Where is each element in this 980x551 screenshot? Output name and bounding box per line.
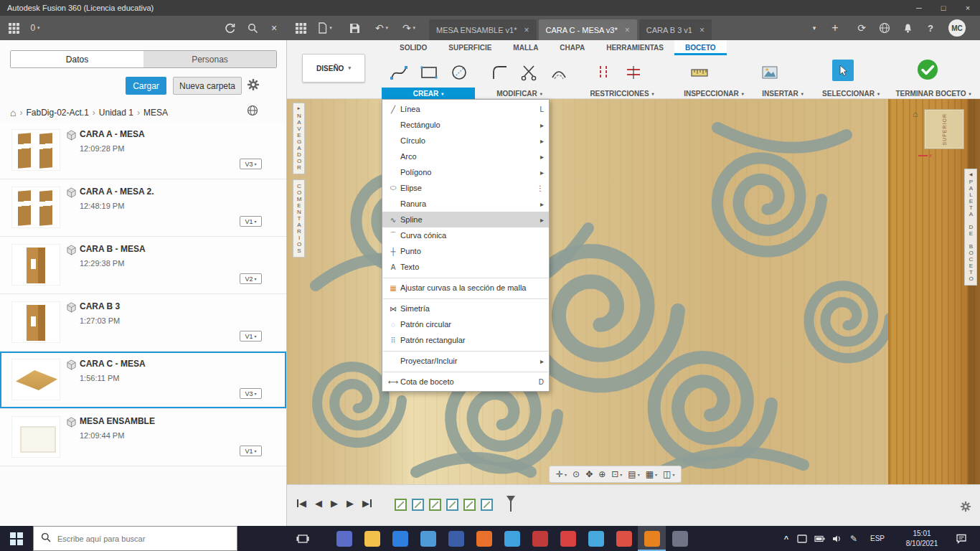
menu-item[interactable]: A Texto — [382, 259, 549, 275]
menu-item[interactable]: ◌ Patrón circular — [382, 316, 549, 332]
project-item[interactable]: CARA A - MESA 12:09:28 PM V3▾ — [0, 122, 286, 179]
measure-tool-icon[interactable] — [687, 60, 712, 85]
ribbon-tab[interactable]: MALLA — [502, 40, 549, 55]
menu-item[interactable]: ┼ Punto — [382, 243, 549, 259]
menu-item[interactable]: ▦ Ajustar curvas a la sección de malla — [382, 280, 549, 296]
fillet-tool-icon[interactable] — [488, 60, 512, 85]
menu-item[interactable] — [383, 297, 548, 299]
file-menu-icon[interactable]: ▾ — [314, 16, 336, 40]
menu-item[interactable]: ∿ Spline ▸ — [382, 212, 549, 227]
google-chrome[interactable] — [610, 526, 638, 551]
search-icon[interactable] — [244, 16, 261, 40]
document-tab[interactable]: CARA C - MESA v3* × — [539, 19, 637, 40]
restricciones-group-label[interactable]: RESTRICCIONES▾ — [578, 88, 666, 99]
timeline-sketch-item[interactable] — [481, 499, 493, 511]
play-button[interactable]: ▶ — [331, 498, 338, 509]
orbit-icon[interactable]: ⊙ ▾ — [570, 469, 582, 479]
menu-item[interactable] — [383, 370, 548, 372]
panel-settings-gear-icon[interactable] — [247, 78, 260, 94]
insertar-group-label[interactable]: INSERTAR▾ — [755, 88, 811, 99]
microsoft-word[interactable] — [442, 526, 470, 551]
version-badge[interactable]: V3▾ — [240, 388, 262, 399]
breadcrumb-item[interactable]: FabDig-02-Act.1 — [26, 108, 88, 118]
zoom-icon[interactable]: ⊕ ▾ — [596, 469, 608, 479]
version-badge[interactable]: V3▾ — [240, 159, 262, 169]
modificar-group-label[interactable]: MODIFICAR▾ — [479, 88, 560, 99]
adobe-acrobat[interactable] — [526, 526, 554, 551]
tools-utility[interactable] — [666, 526, 694, 551]
circle-tool-icon[interactable] — [447, 60, 471, 85]
view-home-icon[interactable]: ⌂ — [913, 109, 918, 119]
clock[interactable]: 15:01 8/10/2021 — [895, 526, 948, 551]
firefox[interactable] — [470, 526, 498, 551]
finish-sketch-check-icon[interactable] — [915, 57, 940, 85]
version-badge[interactable]: V1▾ — [240, 216, 262, 227]
project-item[interactable]: CARA A - MESA 2. 12:48:19 PM V1▾ — [0, 179, 286, 237]
menu-item[interactable]: ╱ Línea L — [382, 101, 549, 117]
pen-tray-icon[interactable]: ✎ — [847, 526, 861, 551]
menu-item[interactable]: Ranura ▸ — [382, 196, 549, 212]
horizontal-constraint-icon[interactable] — [621, 60, 646, 85]
apps-grid-icon[interactable] — [6, 16, 22, 40]
project-item[interactable]: CARA C - MESA 1:56:11 PM V3▾ — [0, 352, 286, 409]
viewports-icon[interactable]: ◫ ▾ — [661, 469, 677, 479]
crear-group-label[interactable]: CREAR▾ — [382, 88, 475, 99]
version-badge[interactable]: V1▾ — [240, 331, 262, 342]
search-input[interactable] — [57, 534, 222, 543]
view-cube[interactable]: SUPERIOR — [924, 109, 964, 149]
maximize-button[interactable]: □ — [931, 0, 956, 16]
step-forward-button[interactable]: ▶ — [347, 498, 354, 509]
timeline-sketch-item[interactable] — [429, 499, 441, 511]
timeline-sketch-item[interactable] — [446, 499, 458, 511]
close-tab-icon[interactable]: × — [625, 25, 630, 35]
ribbon-tab[interactable]: BOCETO — [674, 40, 727, 55]
save-icon[interactable] — [346, 16, 363, 40]
menu-item[interactable] — [383, 276, 548, 278]
version-badge[interactable]: V2▾ — [240, 273, 262, 284]
trim-scissors-icon[interactable] — [517, 60, 541, 85]
sketch-palette-tab[interactable]: ◀ PALETA DE BOCETO — [964, 169, 977, 286]
menu-item[interactable]: Arco ▸ — [382, 149, 549, 164]
close-tab-icon[interactable]: × — [699, 25, 705, 35]
internet-explorer[interactable] — [498, 526, 526, 551]
select-tool-button[interactable] — [832, 60, 854, 81]
insert-image-icon[interactable] — [758, 60, 782, 85]
job-sync-icon[interactable]: ⟳ — [852, 16, 871, 40]
timeline-sketch-item[interactable] — [412, 499, 424, 511]
version-badge[interactable]: V1▾ — [240, 446, 262, 456]
close-tab-icon[interactable]: × — [524, 25, 529, 35]
web-view-globe-icon[interactable] — [247, 105, 258, 119]
timeline-sketch-item[interactable] — [463, 499, 476, 511]
fit-view-icon[interactable]: ✛ ▾ — [554, 469, 569, 479]
redo-icon[interactable]: ↷▾ — [397, 16, 420, 40]
menu-item[interactable]: ⬭ Elipse ⋮ — [382, 180, 549, 196]
zoom-window-icon[interactable]: ⊡ ▾ — [609, 469, 624, 479]
timeline-sketch-item[interactable] — [395, 499, 407, 511]
fusion-360[interactable] — [638, 526, 666, 551]
ribbon-tab[interactable]: SUPERFICIE — [438, 40, 502, 55]
panel-tab[interactable]: Datos — [11, 51, 143, 67]
tab-list-chevron-icon[interactable]: ▾ — [806, 16, 822, 40]
spline-tool-icon[interactable] — [387, 60, 411, 85]
menu-item[interactable]: ⋈ Simetría — [382, 301, 549, 316]
minimize-button[interactable]: ─ — [907, 0, 931, 16]
navigator-panel-tab[interactable]: ► NAVEGADOR — [293, 103, 305, 174]
job-status-count[interactable]: 0▾ — [23, 16, 47, 40]
action-center-icon[interactable] — [951, 526, 971, 551]
breadcrumb-item[interactable]: MESA — [143, 108, 168, 118]
step-back-button[interactable]: ◀ — [315, 498, 322, 509]
home-icon[interactable]: ⌂ — [10, 107, 16, 118]
menu-item[interactable]: Proyectar/Incluir ▸ — [382, 353, 549, 369]
new-folder-button[interactable]: Nueva carpeta — [173, 77, 242, 95]
upload-button[interactable]: Cargar — [126, 77, 166, 95]
tray-expand-caret[interactable]: ^ — [779, 526, 793, 551]
breadcrumb-item[interactable]: Unidad 1 — [99, 108, 133, 118]
timeline-position-marker[interactable] — [505, 496, 515, 513]
go-to-end-button[interactable]: ▶ — [362, 498, 372, 509]
ribbon-tab[interactable]: HERRAMIENTAS — [595, 40, 674, 55]
ribbon-tab[interactable]: CHAPA — [549, 40, 595, 55]
taskbar-search[interactable] — [33, 526, 237, 551]
vertical-constraint-icon[interactable] — [591, 60, 616, 85]
project-item[interactable]: MESA ENSAMBLE 12:09:44 PM V1▾ — [0, 409, 286, 466]
project-item[interactable]: CARA B 3 1:27:03 PM V1▾ — [0, 294, 286, 352]
